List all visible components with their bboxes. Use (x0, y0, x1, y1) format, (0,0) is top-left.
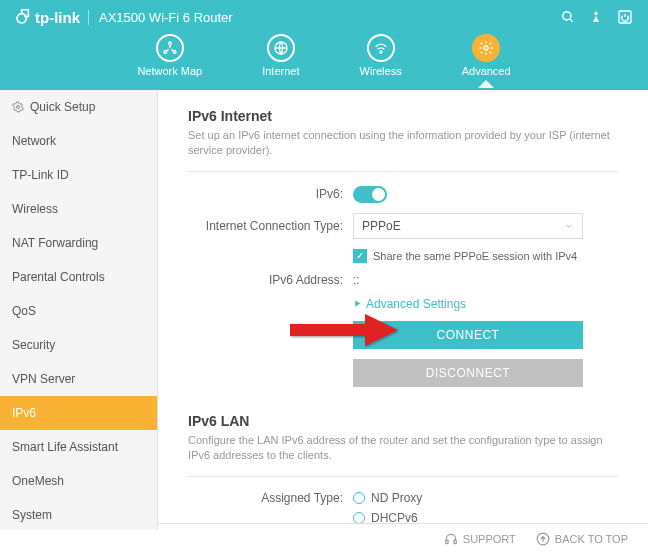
logo-icon (15, 9, 31, 25)
sidebar-item-qos[interactable]: QoS (0, 294, 157, 328)
sidebar-item-label: TP-Link ID (12, 168, 69, 182)
main-area: Quick Setup Network TP-Link ID Wireless … (0, 90, 648, 530)
play-icon (353, 299, 362, 308)
brand: tp-link AX1500 Wi-Fi 6 Router (15, 9, 233, 26)
sidebar-item-label: VPN Server (12, 372, 75, 386)
sidebar-item-label: System (12, 508, 52, 522)
svg-point-5 (168, 42, 171, 45)
sidebar-item-tplink-id[interactable]: TP-Link ID (0, 158, 157, 192)
sidebar-item-label: Wireless (12, 202, 58, 216)
arrow-up-icon (536, 532, 550, 546)
ipv6-lan-desc: Configure the LAN IPv6 address of the ro… (188, 433, 618, 477)
svg-point-3 (594, 12, 598, 16)
sidebar-item-smart-life[interactable]: Smart Life Assistant (0, 430, 157, 464)
sidebar-item-wireless[interactable]: Wireless (0, 192, 157, 226)
sidebar-item-vpn[interactable]: VPN Server (0, 362, 157, 396)
sidebar-item-nat[interactable]: NAT Forwarding (0, 226, 157, 260)
ipv6-lan-title: IPv6 LAN (188, 413, 618, 429)
share-session-label: Share the same PPPoE session with IPv4 (373, 250, 577, 262)
sidebar-item-label: IPv6 (12, 406, 36, 420)
ipv6-toggle-label: IPv6: (188, 187, 353, 201)
support-label: SUPPORT (463, 533, 516, 545)
radio-icon (353, 512, 365, 524)
led-icon[interactable] (589, 10, 603, 24)
conn-type-label: Internet Connection Type: (188, 219, 353, 233)
svg-line-2 (570, 19, 573, 22)
sidebar-item-label: Network (12, 134, 56, 148)
sidebar-item-parental[interactable]: Parental Controls (0, 260, 157, 294)
sidebar-item-label: Smart Life Assistant (12, 440, 118, 454)
conn-type-select[interactable]: PPPoE (353, 213, 583, 239)
connect-button[interactable]: CONNECT (353, 321, 583, 349)
svg-rect-13 (454, 540, 456, 544)
nav-label: Wireless (360, 65, 402, 77)
radio-label: ND Proxy (371, 491, 422, 505)
sidebar-item-label: Security (12, 338, 55, 352)
sidebar-item-security[interactable]: Security (0, 328, 157, 362)
headset-icon (444, 532, 458, 546)
model-name: AX1500 Wi-Fi 6 Router (88, 10, 233, 25)
reboot-icon[interactable] (617, 9, 633, 25)
chevron-down-icon (564, 221, 574, 231)
sidebar-item-network[interactable]: Network (0, 124, 157, 158)
sidebar-item-label: QoS (12, 304, 36, 318)
svg-point-9 (380, 51, 382, 53)
conn-type-value: PPPoE (362, 219, 401, 233)
gear-icon (12, 101, 24, 113)
svg-point-11 (17, 106, 20, 109)
main-nav: Network Map Internet Wireless Advanced (0, 28, 648, 77)
brand-text: tp-link (35, 9, 80, 26)
ipv6-addr-label: IPv6 Address: (188, 273, 353, 287)
ipv6-internet-title: IPv6 Internet (188, 108, 618, 124)
logo: tp-link (15, 9, 80, 26)
back-to-top-label: BACK TO TOP (555, 533, 628, 545)
sidebar-item-ipv6[interactable]: IPv6 (0, 396, 157, 430)
sidebar: Quick Setup Network TP-Link ID Wireless … (0, 90, 158, 530)
adv-settings-label: Advanced Settings (366, 297, 466, 311)
nav-label: Internet (262, 65, 299, 77)
nav-label: Advanced (462, 65, 511, 77)
ipv6-addr-value: :: (353, 273, 360, 287)
header-icons (561, 9, 633, 25)
sidebar-item-label: Parental Controls (12, 270, 105, 284)
ipv6-internet-desc: Set up an IPv6 internet connection using… (188, 128, 618, 172)
sidebar-item-label: NAT Forwarding (12, 236, 98, 250)
sidebar-item-label: OneMesh (12, 474, 64, 488)
header-top: tp-link AX1500 Wi-Fi 6 Router (0, 0, 648, 28)
disconnect-button[interactable]: DISCONNECT (353, 359, 583, 387)
sidebar-item-onemesh[interactable]: OneMesh (0, 464, 157, 498)
nav-advanced[interactable]: Advanced (462, 34, 511, 77)
nav-label: Network Map (137, 65, 202, 77)
svg-point-1 (563, 12, 571, 20)
advanced-settings-link[interactable]: Advanced Settings (353, 297, 618, 311)
nav-wireless[interactable]: Wireless (360, 34, 402, 77)
header: tp-link AX1500 Wi-Fi 6 Router Network Ma… (0, 0, 648, 90)
ipv6-toggle[interactable] (353, 186, 387, 203)
svg-rect-12 (446, 540, 448, 544)
radio-icon (353, 492, 365, 504)
back-to-top-link[interactable]: BACK TO TOP (536, 532, 628, 546)
content-panel: IPv6 Internet Set up an IPv6 internet co… (158, 90, 648, 530)
search-icon[interactable] (561, 10, 575, 24)
svg-point-10 (484, 46, 488, 50)
footer: SUPPORT BACK TO TOP (158, 523, 648, 553)
radio-nd-proxy[interactable]: ND Proxy (353, 491, 618, 505)
share-session-row[interactable]: ✓ Share the same PPPoE session with IPv4 (353, 249, 618, 263)
share-session-checkbox[interactable]: ✓ (353, 249, 367, 263)
sidebar-item-label: Quick Setup (30, 100, 95, 114)
svg-point-0 (17, 14, 26, 23)
assigned-type-label: Assigned Type: (188, 491, 353, 505)
nav-network-map[interactable]: Network Map (137, 34, 202, 77)
nav-internet[interactable]: Internet (262, 34, 299, 77)
support-link[interactable]: SUPPORT (444, 532, 516, 546)
sidebar-item-system[interactable]: System (0, 498, 157, 530)
sidebar-item-quick-setup[interactable]: Quick Setup (0, 90, 157, 124)
